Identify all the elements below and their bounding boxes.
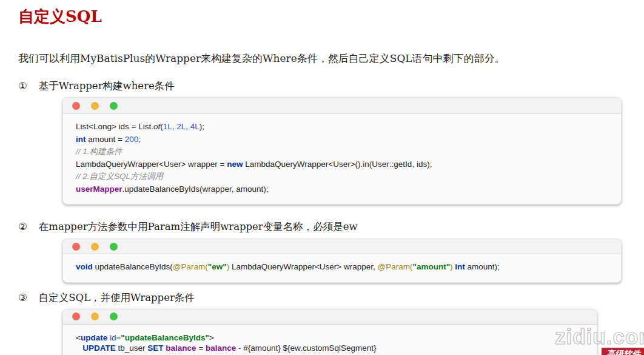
- code-line: <update id="updateBalanceByIds">: [76, 333, 592, 343]
- list-marker-1: ①: [18, 80, 27, 92]
- watermark: zidiu.com: [555, 325, 644, 349]
- list-marker-3: ③: [18, 292, 27, 303]
- code-line: List<Long> ids = List.of(1L, 2L, 4L);: [76, 121, 616, 134]
- section-heading-text-2: 在mapper方法参数中用Param注解声明wrapper变量名称，必须是ew: [39, 221, 358, 232]
- maximize-icon[interactable]: [110, 313, 118, 320]
- close-icon[interactable]: [72, 243, 80, 251]
- window-titlebar-1: [63, 98, 621, 114]
- close-icon[interactable]: [72, 102, 80, 110]
- code-line: // 1.构建条件: [76, 146, 616, 158]
- code-block-3: <update id="updateBalanceByIds"> UPDATE …: [63, 325, 597, 355]
- section-heading-3: ③自定义SQL，并使用Wrapper条件: [18, 291, 644, 305]
- code-line: userMapper.updateBalanceByIds(wrapper, a…: [76, 183, 616, 196]
- intro-paragraph: 我们可以利用MyBatisPlus的Wrapper来构建复杂的Where条件，然…: [18, 52, 644, 66]
- maximize-icon[interactable]: [110, 243, 118, 251]
- code-line: int amount = 200;: [76, 134, 616, 146]
- code-line: LambdaQueryWrapper<User> wrapper = new L…: [76, 158, 616, 171]
- page-title: 自定义SQL: [18, 6, 644, 27]
- code-line: void updateBalanceByIds(@Param("ew") Lam…: [76, 261, 616, 274]
- minimize-icon[interactable]: [91, 102, 99, 110]
- code-block-1: List<Long> ids = List.of(1L, 2L, 4L);int…: [63, 114, 621, 204]
- document-page: 自定义SQL 我们可以利用MyBatisPlus的Wrapper来构建复杂的Wh…: [0, 6, 644, 355]
- corner-badge: 高级软件: [602, 348, 644, 355]
- window-titlebar-3: [63, 309, 597, 325]
- section-heading-1: ①基于Wrapper构建where条件: [18, 79, 644, 93]
- minimize-icon[interactable]: [91, 313, 99, 320]
- code-window-1: List<Long> ids = List.of(1L, 2L, 4L);int…: [62, 97, 622, 205]
- section-heading-2: ②在mapper方法参数中用Param注解声明wrapper变量名称，必须是ew: [18, 220, 644, 234]
- list-marker-2: ②: [18, 221, 27, 232]
- close-icon[interactable]: [72, 313, 80, 320]
- code-window-2: void updateBalanceByIds(@Param("ew") Lam…: [62, 238, 622, 283]
- code-block-2: void updateBalanceByIds(@Param("ew") Lam…: [63, 254, 621, 282]
- code-window-3: <update id="updateBalanceByIds"> UPDATE …: [62, 309, 597, 355]
- code-line: UPDATE tb_user SET balance = balance - #…: [76, 343, 592, 354]
- section-heading-text-3: 自定义SQL，并使用Wrapper条件: [39, 292, 195, 303]
- minimize-icon[interactable]: [91, 243, 99, 251]
- section-heading-text-1: 基于Wrapper构建where条件: [39, 80, 175, 92]
- maximize-icon[interactable]: [110, 102, 118, 110]
- code-line: // 2.自定义SQL方法调用: [76, 171, 616, 183]
- window-titlebar-2: [63, 239, 621, 254]
